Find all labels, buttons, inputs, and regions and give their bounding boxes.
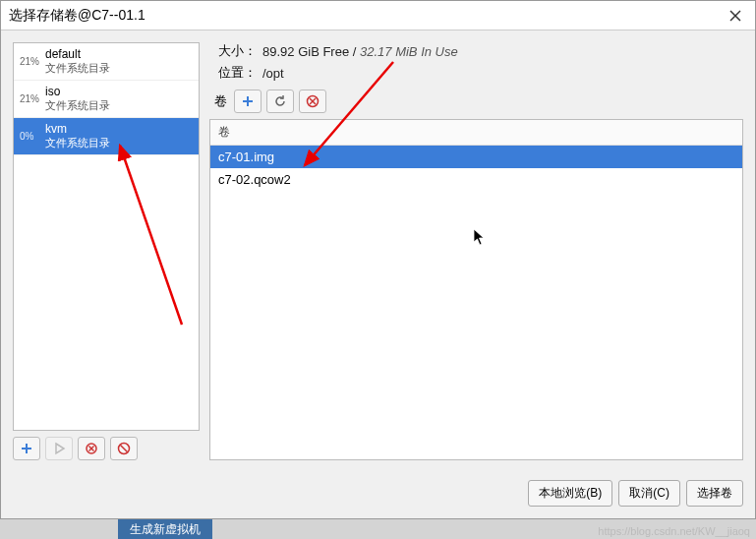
pool-text: iso 文件系统目录	[45, 85, 110, 113]
size-sep: /	[349, 44, 360, 59]
storage-pool-list: 21% default 文件系统目录 21% iso 文件系统目录 0%	[13, 42, 200, 431]
titlebar: 选择存储卷@C7--01.1	[1, 1, 755, 30]
right-panel: 大小： 89.92 GiB Free / 32.17 MiB In Use 位置…	[209, 42, 743, 460]
background-task-label: 生成新虚拟机	[118, 519, 212, 539]
cancel-button[interactable]: 取消(C)	[618, 480, 680, 507]
pool-percent: 21%	[20, 56, 45, 67]
size-value: 89.92 GiB Free / 32.17 MiB In Use	[262, 44, 458, 59]
delete-circle-icon	[306, 94, 320, 108]
pool-percent: 0%	[20, 131, 45, 142]
close-icon	[729, 10, 741, 22]
volume-add-button[interactable]	[234, 90, 262, 113]
size-row: 大小： 89.92 GiB Free / 32.17 MiB In Use	[209, 42, 743, 60]
volume-list-container: 卷 c7-01.img c7-02.qcow2	[209, 119, 743, 460]
svg-line-9	[121, 446, 128, 452]
pool-text: kvm 文件系统目录	[45, 122, 110, 150]
volume-toolbar: 卷	[209, 90, 743, 113]
watermark-text: https://blog.csdn.net/KW__jiaoq	[598, 525, 750, 537]
play-icon	[52, 442, 66, 455]
left-panel: 21% default 文件系统目录 21% iso 文件系统目录 0%	[13, 42, 200, 460]
size-label: 大小：	[209, 42, 257, 60]
volume-refresh-button[interactable]	[266, 90, 294, 113]
location-value: /opt	[262, 66, 284, 81]
volume-toolbar-label: 卷	[209, 92, 227, 110]
location-label: 位置：	[209, 64, 257, 82]
pool-stop-button[interactable]	[78, 437, 105, 460]
dialog-footer: 本地浏览(B) 取消(C) 选择卷	[1, 472, 755, 518]
location-row: 位置： /opt	[209, 64, 743, 82]
delete-circle-icon	[117, 442, 131, 455]
pool-name: kvm	[45, 122, 110, 136]
dialog-content: 21% default 文件系统目录 21% iso 文件系统目录 0%	[1, 30, 755, 472]
pool-type: 文件系统目录	[45, 98, 110, 113]
pool-percent: 21%	[20, 93, 45, 104]
dialog-window: 选择存储卷@C7--01.1 21% default 文件系统目录 21% is…	[0, 0, 756, 519]
window-close-button[interactable]	[724, 4, 747, 28]
plus-icon	[241, 94, 255, 108]
pool-start-button[interactable]	[45, 437, 73, 460]
choose-volume-button[interactable]: 选择卷	[686, 480, 743, 507]
pool-type: 文件系统目录	[45, 61, 110, 76]
plus-icon	[20, 442, 33, 455]
pool-toolbar	[13, 437, 200, 460]
volume-list-header: 卷	[210, 120, 742, 146]
pool-text: default 文件系统目录	[45, 47, 110, 76]
size-free: 89.92 GiB Free	[262, 44, 349, 59]
pool-add-button[interactable]	[13, 437, 40, 460]
volume-delete-button[interactable]	[299, 90, 326, 113]
stop-x-icon	[85, 442, 98, 455]
pool-item-kvm[interactable]: 0% kvm 文件系统目录	[14, 118, 199, 155]
volume-item[interactable]: c7-02.qcow2	[210, 168, 742, 191]
window-title: 选择存储卷@C7--01.1	[9, 7, 145, 25]
pool-item-iso[interactable]: 21% iso 文件系统目录	[14, 81, 199, 118]
pool-delete-button[interactable]	[110, 437, 138, 460]
volume-item[interactable]: c7-01.img	[210, 146, 742, 168]
browse-local-button[interactable]: 本地浏览(B)	[528, 480, 612, 507]
pool-name: default	[45, 47, 110, 61]
refresh-icon	[273, 94, 287, 108]
svg-marker-4	[56, 444, 64, 453]
volume-list: c7-01.img c7-02.qcow2	[210, 146, 742, 459]
pool-type: 文件系统目录	[45, 136, 110, 150]
pool-name: iso	[45, 85, 110, 98]
pool-item-default[interactable]: 21% default 文件系统目录	[14, 43, 199, 81]
size-inuse: 32.17 MiB In Use	[360, 44, 458, 59]
